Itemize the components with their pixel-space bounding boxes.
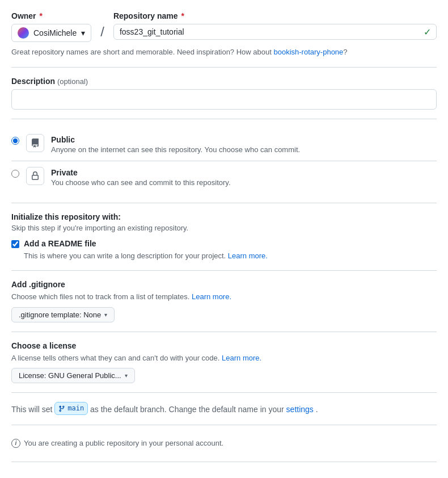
private-radio[interactable] bbox=[11, 170, 19, 178]
public-icon bbox=[26, 134, 44, 152]
separator: / bbox=[100, 24, 104, 40]
license-desc: A license tells others what they can and… bbox=[11, 353, 437, 364]
owner-required-star: * bbox=[37, 11, 43, 20]
public-radio[interactable] bbox=[11, 137, 19, 145]
public-desc: Anyone on the internet can see this repo… bbox=[51, 145, 300, 154]
divider-2 bbox=[11, 119, 437, 119]
settings-link[interactable]: settings bbox=[286, 405, 314, 414]
readme-learn-more-link[interactable]: Learn more. bbox=[228, 251, 268, 260]
gitignore-learn-more-link[interactable]: Learn more. bbox=[192, 292, 231, 301]
license-learn-more-link[interactable]: Learn more. bbox=[222, 354, 261, 362]
gitignore-dropdown-arrow: ▾ bbox=[104, 312, 107, 318]
divider-5 bbox=[11, 332, 437, 332]
gitignore-dropdown[interactable]: .gitignore template: None ▾ bbox=[11, 307, 115, 322]
branch-badge: main bbox=[54, 402, 88, 415]
owner-label: Owner * bbox=[11, 11, 91, 20]
divider-6 bbox=[11, 392, 437, 393]
readme-desc: This is where you can write a long descr… bbox=[24, 250, 437, 262]
gitignore-dropdown-label: .gitignore template: None bbox=[19, 311, 101, 319]
private-desc: You choose who can see and commit to thi… bbox=[51, 178, 231, 187]
info-icon: i bbox=[11, 439, 20, 448]
license-dropdown[interactable]: License: GNU General Public... ▾ bbox=[11, 368, 135, 383]
divider-8 bbox=[11, 462, 437, 462]
readme-checkbox[interactable] bbox=[11, 240, 19, 248]
gitignore-desc: Choose which files not to track from a l… bbox=[11, 291, 437, 303]
private-title: Private bbox=[51, 168, 231, 177]
repo-name-label: Repository name * bbox=[113, 11, 437, 20]
public-text-group: Public Anyone on the internet can see th… bbox=[51, 135, 300, 154]
init-subtitle: Skip this step if you're importing an ex… bbox=[11, 224, 437, 232]
repo-name-hint: Great repository names are short and mem… bbox=[11, 47, 437, 58]
divider-7 bbox=[11, 425, 437, 425]
owner-avatar bbox=[18, 27, 29, 39]
readme-checkbox-row: Add a README file bbox=[11, 239, 437, 248]
info-row: i You are creating a public repository i… bbox=[11, 434, 437, 452]
readme-label: Add a README file bbox=[24, 239, 96, 248]
owner-value: CosiMichele bbox=[33, 28, 77, 37]
license-title: Choose a license bbox=[11, 341, 437, 350]
branch-notice: This will set main as the default branch… bbox=[11, 402, 437, 416]
public-option: Public Anyone on the internet can see th… bbox=[11, 128, 437, 161]
license-dropdown-label: License: GNU General Public... bbox=[19, 371, 121, 380]
repo-required-star: * bbox=[179, 11, 184, 20]
gitignore-title: Add .gitignore bbox=[11, 280, 437, 289]
owner-dropdown[interactable]: CosiMichele ▾ bbox=[11, 24, 91, 42]
info-text: You are creating a public repository in … bbox=[24, 439, 223, 447]
license-dropdown-arrow: ▾ bbox=[125, 372, 128, 379]
description-input[interactable] bbox=[11, 89, 437, 110]
repo-name-check-icon: ✓ bbox=[424, 27, 431, 37]
optional-label: (optional) bbox=[57, 77, 88, 86]
suggestion-link[interactable]: bookish-rotary-phone bbox=[273, 48, 343, 56]
private-text-group: Private You choose who can see and commi… bbox=[51, 168, 231, 187]
branch-name: main bbox=[67, 403, 84, 414]
public-title: Public bbox=[51, 135, 300, 144]
private-icon bbox=[26, 167, 44, 185]
repo-name-input[interactable] bbox=[113, 24, 437, 40]
init-title: Initialize this repository with: bbox=[11, 212, 437, 221]
private-option: Private You choose who can see and commi… bbox=[11, 161, 437, 194]
divider-4 bbox=[11, 270, 437, 271]
divider-3 bbox=[11, 203, 437, 203]
owner-dropdown-arrow: ▾ bbox=[81, 28, 85, 37]
description-label: Description (optional) bbox=[11, 77, 437, 86]
divider-1 bbox=[11, 67, 437, 68]
